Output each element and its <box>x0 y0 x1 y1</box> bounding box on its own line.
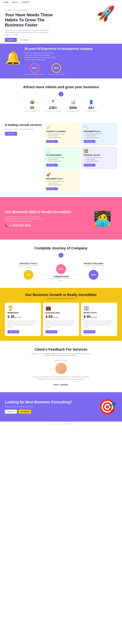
service-item-4-2: Business Opportunities <box>46 184 77 186</box>
service-item-3-2: Business Opportunities <box>84 160 115 162</box>
service-card-4: 🚀 INVESTMENT POLICY Time for lead resear… <box>44 170 80 192</box>
feedback-quote: Quam lacus suspendisse faucibus interdum… <box>28 376 94 380</box>
service-card-0: 📈 STRATEGY & PLANNING Time for lead rese… <box>44 123 80 145</box>
down-arrow-icon <box>59 92 63 96</box>
pricing-text-0: Sample text. Click for lead research. Me… <box>7 320 38 328</box>
bottom-bar: Sample Text. Click to add the Text Eleme… <box>0 422 122 426</box>
service-icon-1: 📉 <box>84 126 115 130</box>
nav-home[interactable]: HOME <box>3 1 9 3</box>
read-more-button-2[interactable]: READ MORE <box>84 330 95 333</box>
stat-ring-1: 54% <box>30 63 39 73</box>
service-list-2: Time for lead research, work Trades & St… <box>46 157 77 162</box>
service-item-3-0: Time for lead research, work <box>84 157 115 158</box>
footer-get-started-button[interactable]: Get Started <box>18 410 31 414</box>
service-item-2-0: Time for lead research, work <box>46 157 77 158</box>
pricing-type-2: PRIVATE OFFICE <box>84 312 115 314</box>
stat-icon-2: 📊 <box>66 100 80 104</box>
service-list-1: Time for lead research, work Trades & St… <box>84 133 115 138</box>
skill-phone: 📞 +1 (234) 567-8910 <box>5 224 85 227</box>
services-left-panel: A leading consult services Sample text. … <box>5 123 42 192</box>
stat-num-0: 25 <box>24 106 40 110</box>
stat-icon-3: 👤 <box>85 100 98 104</box>
journey-down-arrow-icon <box>59 253 63 258</box>
service-details-button-2[interactable]: Get Details <box>46 164 58 166</box>
navigation: HOME ABOUT CONTACT <box>0 0 122 4</box>
service-item-2-2: Business Opportunities <box>46 160 77 162</box>
service-list-4: Time for lead research, work Trades & St… <box>46 180 77 186</box>
pricing-period-2: /monthly <box>91 316 98 318</box>
service-details-button-0[interactable]: Get Details <box>46 140 58 143</box>
services-section: A leading consult services Sample text. … <box>0 118 122 197</box>
service-details-button-4[interactable]: Get Details <box>46 188 58 190</box>
stat-num-1: 230+ <box>45 106 61 110</box>
hero-description: Sample text. Lorem ipsum dolor sit amet,… <box>5 29 50 36</box>
pricing-type-0: MEMBERSHIP <box>7 312 38 314</box>
read-more-button-0[interactable]: READ MORE <box>7 330 19 333</box>
journey-section: Complete Journey of Company PROCESS & TO… <box>0 240 122 288</box>
feedback-section: Client's Feedback For Services Sample te… <box>0 341 122 392</box>
pricing-card-2: 🏢 PRIVATE OFFICE $ 95/monthly Sample tex… <box>81 303 117 336</box>
service-details-button-3[interactable]: Get Details <box>84 164 96 166</box>
banner-bell-icon: 🔔 <box>5 51 21 71</box>
banner-content: 30 years Of Experience of development co… <box>21 47 117 75</box>
stat-desc-0: YEARS OF OPERATION <box>24 110 40 112</box>
stat-business-strategy: 54% BUSINESS STRATEGY GROWTH <box>24 63 45 75</box>
service-item-0-1: Trades & Stocks <box>46 135 77 136</box>
journey-circle-2: 2023 <box>89 270 98 280</box>
banner-stats: 54% BUSINESS STRATEGY GROWTH 46% FINANCE… <box>24 63 117 75</box>
journey-circle-0: 2021 <box>24 270 33 280</box>
skill-figure: 🧑‍💻 <box>88 202 117 235</box>
pricing-period-1: /monthly <box>53 316 59 318</box>
pricing-card-1: 💼 DEDICATED DESK $ 65/monthly Sample tex… <box>43 303 79 336</box>
nav-about[interactable]: ABOUT <box>12 1 18 3</box>
journey-label-1: COMMUNICATION <box>53 276 69 278</box>
stat-label-2: FINANCE VALUABLE IDEAS <box>48 74 65 75</box>
service-item-2-1: Trades & Stocks <box>46 159 77 160</box>
journey-circle-1: 2022 <box>56 264 66 274</box>
service-details-button-1[interactable]: Get Details <box>84 140 96 143</box>
phone-number: +1 (234) 567-8910 <box>9 224 31 227</box>
stats-row: 📦 25 YEARS OF OPERATION 📍 230+ PROJECTS … <box>5 100 117 112</box>
stat-experience: 👤 43+ OVER 25 YEARS <box>85 100 98 112</box>
feedback-image-label: Image from Freepik <box>5 360 117 361</box>
feedback-intro: Sample text. Click to Egestas fringilla … <box>28 353 94 356</box>
stat-pct-2: 46% <box>54 67 59 69</box>
service-icon-4: 🚀 <box>46 173 77 177</box>
hero-read-more-button[interactable]: Read More <box>5 38 17 42</box>
bottom-text: Sample Text. Click to add the Text Eleme… <box>3 423 119 425</box>
footer-cta-buttons: Read More Get Started <box>5 410 98 414</box>
pricing-icon-0: 🏆 <box>7 305 38 311</box>
growth-title: Our Business Growth is Really Incredible… <box>5 293 117 297</box>
pricing-row: 🏆 MEMBERSHIP $ 35/monthly Sample text. C… <box>5 303 117 336</box>
pricing-card-0: 🏆 MEMBERSHIP $ 35/monthly Sample text. C… <box>5 303 41 336</box>
target-icon: 🎯 <box>98 397 117 417</box>
service-title-1: INVESTMENT POLICY <box>84 131 115 132</box>
banner-title: 30 years Of Experience of development co… <box>24 47 117 51</box>
nav-contact[interactable]: CONTACT <box>21 1 30 3</box>
avatar-image <box>55 363 67 374</box>
service-title-2: TAX MANAGEMENT <box>46 154 77 156</box>
all-services-button[interactable]: All Services <box>5 132 17 136</box>
growth-subtitle: Sample text. Click to select the Text El… <box>5 298 117 300</box>
service-title-4: INVESTMENT POLICY <box>46 178 77 180</box>
read-more-button-1[interactable]: READ MORE <box>46 330 57 333</box>
footer-cta-description: Sample text. Click to select the Text El… <box>5 406 46 408</box>
attract-section: Attract more clients and grow your busin… <box>0 78 122 118</box>
journey-item-2: PROJECTS DELIVERD Sample text. Click to … <box>81 262 107 281</box>
journey-label-0: PROCESS & TOOLS <box>20 262 37 264</box>
stat-clients: 📊 300k SATISFIED CLIENTS <box>66 100 80 112</box>
skill-section: Our Business Skill is Really Incredible!… <box>0 197 122 240</box>
service-item-1-0: Time for lead research, work <box>84 133 115 135</box>
reviewer-avatar <box>55 363 67 374</box>
services-description: Sample text. Click to select the Text El… <box>5 128 42 130</box>
hero-all-services-button[interactable]: All Services <box>18 38 31 42</box>
service-card-1: 📉 INVESTMENT POLICY Time for lead resear… <box>82 123 117 145</box>
services-layout: A leading consult services Sample text. … <box>5 123 117 192</box>
stat-projects: 📍 230+ PROJECTS DELIVERED <box>45 100 61 112</box>
hero-rocket-image: 🚀 <box>93 6 119 32</box>
service-card-3: 💹 FINANCIAL ADVICES Time for lead resear… <box>82 147 117 168</box>
attract-title: Attract more clients and grow your busin… <box>5 85 117 89</box>
footer-read-more-button[interactable]: Read More <box>5 410 17 414</box>
journey-item-0: PROCESS & TOOLS Sample text. Click to se… <box>15 262 41 281</box>
reviewer-name: NICK LARSON <box>5 384 117 386</box>
